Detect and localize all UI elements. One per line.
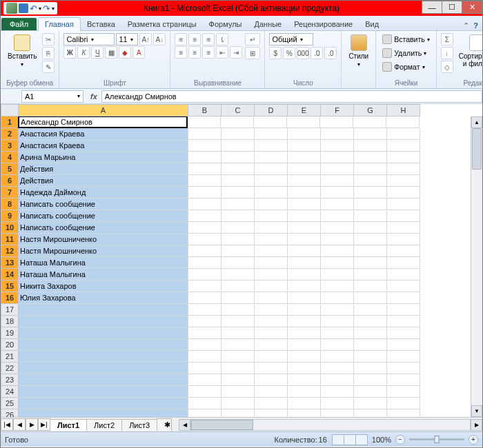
cut-icon[interactable]: ✂ <box>42 33 55 45</box>
format-cells-button[interactable]: Формат▾ <box>380 61 432 73</box>
cell[interactable] <box>321 163 354 175</box>
cell[interactable] <box>321 316 354 327</box>
scroll-down-icon[interactable]: ▼ <box>471 405 482 417</box>
cell[interactable] <box>255 386 288 398</box>
font-color-icon[interactable]: A <box>132 46 145 59</box>
align-center-icon[interactable]: ≡ <box>188 46 201 59</box>
cell[interactable] <box>221 152 255 163</box>
cell[interactable] <box>387 187 420 198</box>
cell[interactable] <box>387 245 420 257</box>
row-header[interactable]: 19 <box>1 327 19 339</box>
cell[interactable] <box>255 175 288 187</box>
cell[interactable] <box>255 316 288 327</box>
cell[interactable] <box>188 386 221 398</box>
cell[interactable] <box>321 187 354 198</box>
underline-icon[interactable]: Ч <box>91 46 103 59</box>
cell[interactable] <box>221 339 255 351</box>
row-header[interactable]: 16 <box>1 292 19 304</box>
row-header[interactable]: 13 <box>1 257 19 269</box>
cell[interactable] <box>221 374 255 386</box>
cell[interactable] <box>255 198 288 210</box>
cell[interactable] <box>188 398 221 409</box>
cell[interactable] <box>387 234 420 245</box>
cell[interactable] <box>288 339 321 351</box>
align-left-icon[interactable]: ≡ <box>175 46 187 59</box>
undo-dropdown-icon[interactable]: ▾ <box>39 6 41 12</box>
cell[interactable] <box>255 327 288 339</box>
cell[interactable] <box>188 327 221 339</box>
zoom-in-icon[interactable]: + <box>469 435 478 445</box>
column-header-F[interactable]: F <box>321 104 354 116</box>
format-painter-icon[interactable]: ✎ <box>42 61 55 73</box>
cell[interactable] <box>255 374 288 386</box>
cell[interactable] <box>387 128 420 140</box>
percent-icon[interactable]: % <box>283 47 295 59</box>
cell[interactable] <box>221 128 255 140</box>
cell[interactable]: Настя Мирошниченко <box>19 245 188 257</box>
cell[interactable] <box>387 175 420 187</box>
cell[interactable] <box>188 187 221 198</box>
cell[interactable] <box>354 339 387 351</box>
cell[interactable] <box>321 374 354 386</box>
row-header[interactable]: 17 <box>1 304 19 316</box>
cell[interactable] <box>321 281 354 292</box>
vertical-scroll-thumb[interactable] <box>472 128 482 170</box>
close-button[interactable]: ✕ <box>462 1 482 14</box>
cell[interactable] <box>255 187 288 198</box>
cell[interactable] <box>188 234 221 245</box>
cell[interactable] <box>221 269 255 281</box>
cell[interactable] <box>255 281 288 292</box>
row-header[interactable]: 25 <box>1 398 19 409</box>
cell[interactable] <box>188 257 221 269</box>
cell[interactable] <box>354 187 387 198</box>
cell[interactable] <box>321 198 354 210</box>
undo-icon[interactable]: ↶ <box>30 3 37 14</box>
cell[interactable] <box>387 222 420 234</box>
column-header-D[interactable]: D <box>255 104 288 116</box>
cell[interactable] <box>321 257 354 269</box>
row-header[interactable]: 21 <box>1 351 19 363</box>
cell[interactable]: Анастасия Краева <box>19 140 188 152</box>
cell[interactable] <box>188 116 221 128</box>
cell[interactable] <box>188 339 221 351</box>
cell[interactable] <box>354 245 387 257</box>
cell[interactable] <box>221 409 255 417</box>
cell[interactable] <box>221 363 255 374</box>
vertical-scrollbar[interactable]: ▲ ▼ <box>471 116 482 417</box>
cell[interactable] <box>354 363 387 374</box>
cell[interactable] <box>387 152 420 163</box>
formula-input[interactable]: Александр Смирнов <box>101 90 482 103</box>
fill-color-icon[interactable]: ◆ <box>119 46 131 59</box>
cell[interactable] <box>255 163 288 175</box>
decrease-indent-icon[interactable]: ⇤ <box>216 46 228 59</box>
cell[interactable] <box>288 187 321 198</box>
row-header[interactable]: 12 <box>1 245 19 257</box>
zoom-level[interactable]: 100% <box>372 436 391 444</box>
row-header[interactable]: 15 <box>1 281 19 292</box>
cell[interactable] <box>255 304 288 316</box>
cell[interactable] <box>321 292 354 304</box>
cell[interactable]: Написать сообщение <box>19 210 188 222</box>
cell[interactable] <box>221 327 255 339</box>
minimize-button[interactable]: — <box>422 1 442 14</box>
row-header[interactable]: 23 <box>1 374 19 386</box>
cell[interactable] <box>287 116 320 128</box>
name-box[interactable]: A1▾ <box>21 90 83 103</box>
cell[interactable] <box>354 140 387 152</box>
maximize-button[interactable]: ☐ <box>442 1 462 14</box>
row-header[interactable]: 11 <box>1 234 19 245</box>
grid-body[interactable]: 1Александр Смирнов2Анастасия Краева3Анас… <box>1 116 482 417</box>
cell[interactable] <box>188 245 221 257</box>
first-sheet-icon[interactable]: |◀ <box>1 418 13 431</box>
cell[interactable] <box>288 374 321 386</box>
row-header[interactable]: 6 <box>1 175 19 187</box>
cell[interactable]: Действия <box>19 163 188 175</box>
row-header[interactable]: 9 <box>1 210 19 222</box>
cell[interactable] <box>188 363 221 374</box>
cell[interactable] <box>188 163 221 175</box>
minimize-ribbon-icon[interactable]: ⌃ <box>463 21 469 30</box>
cell[interactable] <box>288 292 321 304</box>
next-sheet-icon[interactable]: ▶ <box>26 418 38 431</box>
decrease-font-icon[interactable]: A↓ <box>153 33 166 45</box>
cell[interactable] <box>321 327 354 339</box>
